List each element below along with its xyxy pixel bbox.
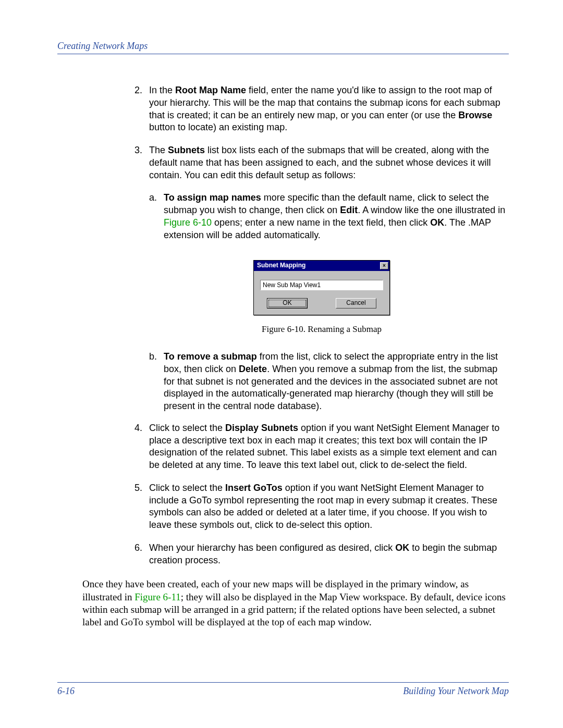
figure-caption: Figure 6-10. Renaming a Submap xyxy=(134,324,509,335)
substep-text: To remove a submap from the list, click … xyxy=(164,351,509,413)
substep-text: To assign map names more specific than t… xyxy=(164,192,509,241)
body-content: 2. In the Root Map Name field, enter the… xyxy=(134,84,509,629)
figure-ref-6-11[interactable]: Figure 6-11 xyxy=(134,591,180,602)
figure-6-10: Subnet Mapping × OK Cancel Figure 6-10. … xyxy=(134,260,509,335)
footer-section: Building Your Network Map xyxy=(403,686,509,697)
cancel-button[interactable]: Cancel xyxy=(336,298,376,309)
step-3: 3. The Subnets list box lists each of th… xyxy=(134,144,509,181)
dialog-titlebar: Subnet Mapping × xyxy=(254,261,389,271)
dialog-buttons: OK Cancel xyxy=(254,296,389,315)
step-6: 6. When your hierarchy has been configur… xyxy=(134,542,509,567)
step-text: When your hierarchy has been configured … xyxy=(149,542,509,567)
step-text: The Subnets list box lists each of the s… xyxy=(149,144,509,181)
page-footer: 6-16 Building Your Network Map xyxy=(57,682,509,697)
substep-3b: b. To remove a submap from the list, cli… xyxy=(149,351,509,413)
step-text: In the Root Map Name field, enter the na… xyxy=(149,84,509,134)
substep-3a: a. To assign map names more specific tha… xyxy=(149,192,509,241)
page-number: 6-16 xyxy=(57,686,75,697)
step-number: 5. xyxy=(134,482,149,532)
closing-paragraph: Once they have been created, each of you… xyxy=(82,578,509,628)
dialog-title: Subnet Mapping xyxy=(257,262,305,270)
substep-letter: b. xyxy=(149,351,164,413)
step-text: Click to select the Insert GoTos option … xyxy=(149,482,509,532)
subnet-mapping-dialog: Subnet Mapping × OK Cancel xyxy=(253,260,390,315)
ok-button[interactable]: OK xyxy=(267,298,308,309)
step-5: 5. Click to select the Insert GoTos opti… xyxy=(134,482,509,532)
step-number: 6. xyxy=(134,542,149,567)
submap-name-input[interactable] xyxy=(260,280,383,290)
step-number: 2. xyxy=(134,84,149,134)
close-icon[interactable]: × xyxy=(380,262,388,269)
substep-letter: a. xyxy=(149,192,164,241)
footer-rule xyxy=(57,682,509,683)
header-rule xyxy=(57,54,509,54)
step-text: Click to select the Display Subnets opti… xyxy=(149,422,509,472)
page-header: Creating Network Maps xyxy=(57,41,509,54)
dialog-body xyxy=(254,271,389,296)
step-4: 4. Click to select the Display Subnets o… xyxy=(134,422,509,472)
step-number: 3. xyxy=(134,144,149,181)
figure-ref-6-10[interactable]: Figure 6-10 xyxy=(164,217,212,228)
step-2: 2. In the Root Map Name field, enter the… xyxy=(134,84,509,134)
header-title: Creating Network Maps xyxy=(57,41,509,54)
step-number: 4. xyxy=(134,422,149,472)
